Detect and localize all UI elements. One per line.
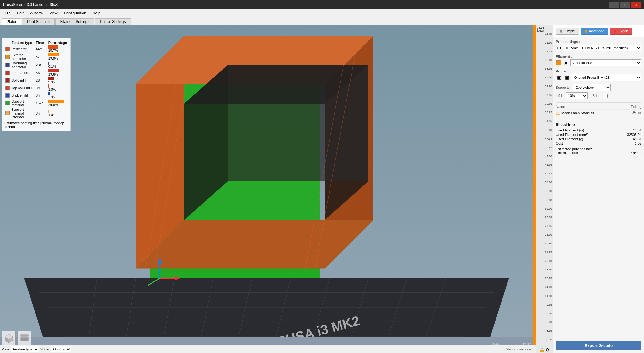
menu-window[interactable]: Window [27,10,46,16]
layer-height-bar[interactable] [533,25,536,347]
object-row-left: ⚠ Moon Lamp Stand.stl [556,110,594,115]
scale-69: 69.55 [536,50,553,59]
overhang-time: 23s [35,61,47,69]
legend-feature-label-header: Feature type [11,40,35,45]
top-solid-label: Top solid infill [11,84,35,92]
edit-object-button[interactable]: ✏ [638,110,641,115]
overhang-swatch [5,63,10,67]
export-gcode-button[interactable]: Export G-code [556,341,641,350]
infill-brim-row: Infill: 10% 15% 20% Brim: [556,92,641,99]
tab-filament-settings[interactable]: Filament Settings [55,18,94,25]
object-name: Moon Lamp Stand.stl [561,111,594,115]
menu-edit[interactable]: Edit [14,10,27,16]
scale-57: 57.95 [536,94,553,102]
normal-mode-value: 4h44m [631,151,641,155]
cost-label: Cost [556,142,563,145]
view-show-bar: View Feature type Height Speed Show Opti… [0,345,536,353]
menu-help[interactable]: Help [89,10,104,16]
show-select[interactable]: Options [51,346,71,352]
menu-configuration[interactable]: Configuration [61,10,89,16]
support-time: 1h24m [35,99,47,107]
filament-label: Filament : [556,55,641,58]
top-solid-bar [48,84,49,88]
scale-74: 74.00 [536,32,553,41]
expert-mode-label: Expert [618,29,628,33]
view-select[interactable]: Feature type Height Speed [11,346,39,352]
filament-g-value: 40.31 [633,137,641,141]
legend-row-top-solid: Top solid infill 3m 1.0% [4,84,68,92]
filament-select[interactable]: Generic PLA [570,59,641,66]
estimated-time-legend: Estimated printing time [Normal mode]: 4… [4,121,68,129]
infill-select[interactable]: 10% 15% 20% [566,92,588,99]
support-label: Support material [11,99,35,107]
solid-infill-swatch [5,78,10,83]
simple-mode-label: Simple [564,29,575,33]
simple-mode-button[interactable]: Simple [556,28,579,35]
view-label: View [2,347,9,351]
legend-table: Feature type Time Percentage Perimeter 4… [4,40,68,119]
scale-32: 32.00 [536,207,553,216]
close-button[interactable]: × [631,2,641,8]
filament-m-label: Used Filament (m) [556,128,584,132]
object-list-section: Name Editing ⚠ Moon Lamp Stand.stl 👁 ✏ [556,102,641,116]
printer-select[interactable]: Original Prusa i3 MK2S [572,74,641,81]
right-panel-content: Print settings : ⚙ 0.15mm OPTIMAL - 10% … [553,37,644,338]
menu-file[interactable]: File [2,10,14,16]
svg-rect-31 [21,337,28,339]
view-layers-button[interactable] [17,331,31,345]
tab-bar: Plater Print Settings Filament Settings … [0,17,644,25]
svg-rect-30 [21,335,28,336]
lock-settings-button[interactable]: 🔒 ⚙ [536,347,553,353]
bridge-infill-label: Bridge infill [11,92,35,99]
settings-icon: ⚙ [545,347,550,352]
scale-23: 23.90 [536,242,553,251]
ext-perimeter-time: 57m [35,53,47,61]
brim-checkbox[interactable] [604,94,608,98]
perimeter-swatch [5,47,10,51]
ext-perimeter-pct: 19.9% [48,56,58,60]
minimize-button[interactable]: – [609,2,619,8]
sliced-info-header: Sliced Info [556,122,641,127]
titlebar: PrusaSlicer-2.3.0 based on Slic3r – □ × [0,0,644,9]
legend-row-solid-infill: Solid infill 28m 9.9% [4,77,68,84]
bridge-infill-swatch [5,93,10,98]
warning-icon: ⚠ [556,110,560,115]
overhang-bar [48,62,49,65]
view-3d-button[interactable] [2,331,16,345]
filament-mm2-value: 32505.94 [627,133,641,136]
expert-dot [614,30,616,33]
mode-buttons: Simple Advanced Expert [553,25,644,37]
bridge-infill-time: 8m [35,92,47,99]
printer-section: Printer : ▣ ▣ Original Prusa i3 MK2S [556,69,641,81]
visibility-toggle-button[interactable]: 👁 [632,110,636,115]
expert-mode-button[interactable]: Expert [610,28,632,35]
support-pct: 29.6% [48,103,58,107]
advanced-mode-button[interactable]: Advanced [581,28,608,35]
supports-label: Supports: [556,86,571,89]
scale-41: 41.96 [536,163,553,172]
viewport[interactable]: ORIGINAL PRUSA i3 MK2 by Josef Prusa [0,25,553,353]
print-bed [24,278,509,337]
internal-infill-pct: 19.6% [48,72,58,76]
slicing-status: Slicing complete... [506,347,534,351]
tab-plater[interactable]: Plater [2,18,21,25]
filament-m-value: 13.51 [633,128,641,132]
filament-g-label: Used Filament (g) [556,137,583,141]
advanced-dot [585,30,587,33]
tab-printer-settings[interactable]: Printer Settings [95,18,131,25]
top-solid-pct: 1.0% [48,88,56,91]
supports-select[interactable]: Everywhere None Support on build plate o… [573,84,611,91]
brim-label: Brim: [593,94,601,98]
scale-33: 33.98 [536,198,553,207]
menu-view[interactable]: View [46,10,61,16]
tab-print-settings[interactable]: Print Settings [22,18,54,25]
internal-infill-time: 56m [35,69,47,77]
legend-row-bridge-infill: Bridge infill 8m 2.9% [4,92,68,99]
scale-3: 3.95 [536,329,553,338]
maximize-button[interactable]: □ [620,2,630,8]
simple-dot [560,30,562,33]
print-settings-select[interactable]: 0.15mm OPTIMAL - 10% infill (modified) [564,45,641,51]
menubar: File Edit Window View Configuration Help [0,9,644,17]
scale-39: 39.97 [536,172,553,181]
right-panel: Simple Advanced Expert Print settings : … [553,25,644,353]
